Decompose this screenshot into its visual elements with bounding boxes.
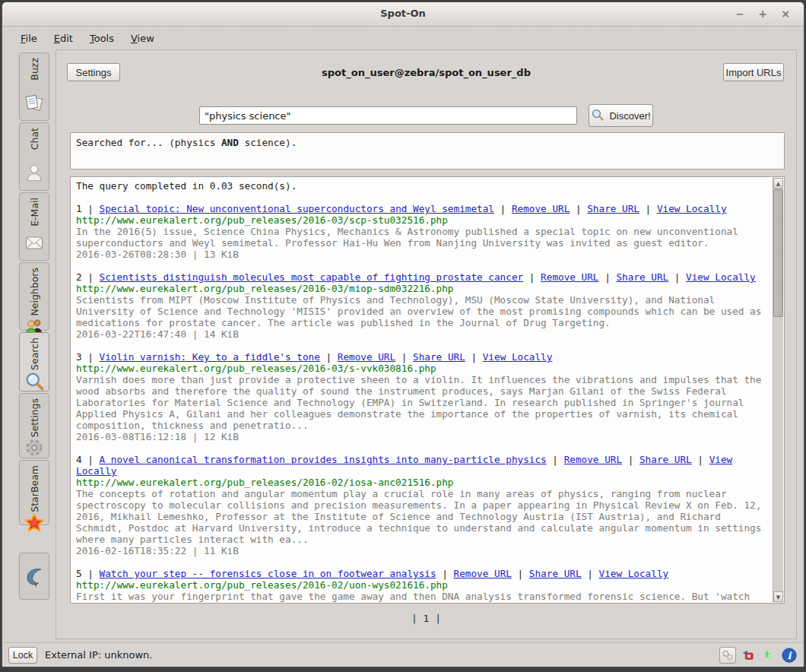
result-number: 2 — [76, 271, 82, 283]
result-title-link[interactable]: Special topic: New unconventional superc… — [100, 203, 494, 214]
result-url: http://www.eurekalert.org/pub_releases/2… — [76, 214, 769, 226]
magnifier-icon — [24, 370, 45, 395]
info-icon[interactable]: i — [781, 647, 798, 664]
result-url: http://www.eurekalert.org/pub_releases/2… — [76, 283, 769, 294]
result-item: 1 | Special topic: New unconventional su… — [76, 203, 769, 260]
remove-url-link[interactable]: Remove URL — [338, 351, 395, 363]
share-url-link[interactable]: Share URL — [616, 271, 668, 283]
result-title-link[interactable]: Violin varnish: Key to a fiddle's tone — [100, 351, 320, 363]
tab-label: Settings — [29, 398, 40, 437]
view-locally-link[interactable]: View Locally — [686, 271, 756, 283]
sidebar-tab-email[interactable]: E-Mail — [19, 192, 49, 261]
result-url: http://www.eurekalert.org/pub_releases/2… — [76, 363, 769, 374]
sidebar-tab-search[interactable]: Search — [19, 332, 49, 391]
result-meta: 2016-03-22T16:47:40 | 14 KiB — [76, 328, 769, 340]
share-url-link[interactable]: Share URL — [529, 568, 582, 579]
statusbar: Lock External IP: unknown. — [2, 642, 804, 667]
result-url: http://www.eurekalert.org/pub_releases/2… — [76, 579, 769, 591]
result-description: Varnish does more than just provide a pr… — [76, 374, 769, 431]
result-meta: 2016-02-16T18:35:22 | 11 KiB — [76, 545, 769, 556]
magnifier-icon — [591, 108, 604, 124]
menu-edit[interactable]: Edit — [54, 33, 73, 44]
result-meta: 2016-03-26T08:28:30 | 13 KiB — [76, 249, 769, 260]
remove-url-link[interactable]: Remove URL — [564, 454, 622, 465]
lock-button[interactable]: Lock — [8, 647, 37, 664]
menu-file[interactable]: File — [21, 33, 37, 44]
remove-url-link[interactable]: Remove URL — [541, 271, 598, 283]
share-url-link[interactable]: Share URL — [639, 454, 692, 465]
result-description: The concepts of rotation and angular mom… — [76, 488, 769, 545]
tab-label: Buzz — [29, 58, 40, 81]
bird-icon — [23, 566, 46, 591]
remove-url-link[interactable]: Remove URL — [512, 203, 570, 214]
gear-icon — [24, 437, 45, 461]
sidebar-tab-neighbors[interactable]: Neighbors — [19, 262, 49, 331]
result-number: 1 — [76, 203, 82, 214]
result-title-link[interactable]: Watch your step -- forensics close in on… — [100, 568, 436, 579]
tab-label: StarBeam — [29, 465, 40, 512]
result-item: 2 | Scientists distinguish molecules mos… — [76, 271, 769, 340]
documents-icon — [24, 92, 45, 116]
import-urls-button[interactable]: Import URLs — [723, 63, 784, 81]
search-summary: Searched for... (physics AND science). — [70, 132, 785, 170]
main-panel: Settings spot_on_user@zebra/spot_on_user… — [56, 49, 797, 639]
result-item: 3 | Violin varnish: Key to a fiddle's to… — [76, 351, 769, 442]
result-url: http://www.eurekalert.org/pub_releases/2… — [76, 477, 769, 488]
menu-view[interactable]: View — [131, 33, 154, 44]
sidebar-tab-chat[interactable]: Chat — [19, 122, 49, 191]
scroll-up-arrow-icon[interactable]: ▲ — [773, 178, 783, 189]
pagination[interactable]: | 1 | — [56, 613, 796, 624]
maximize-button[interactable]: + — [755, 6, 770, 21]
scrollbar-thumb[interactable] — [773, 189, 783, 317]
results-panel[interactable]: The query completed in 0.03 second(s). 1… — [70, 176, 785, 604]
titlebar[interactable]: Spot-On − + × — [2, 2, 804, 27]
result-number: 4 — [76, 454, 82, 465]
result-description: In the 2016(5) issue, Science China Phys… — [76, 226, 769, 249]
scroll-down-arrow-icon[interactable]: ▼ — [773, 591, 783, 602]
discover-button[interactable]: Discover! — [589, 104, 653, 127]
envelope-icon — [24, 232, 45, 256]
close-button[interactable]: × — [778, 6, 793, 21]
result-number: 5 — [76, 568, 82, 579]
result-meta: 2016-03-08T16:12:18 | 12 KiB — [76, 431, 769, 442]
result-title-link[interactable]: A novel canonical transformation provide… — [100, 454, 547, 465]
tab-label: Search — [29, 338, 40, 370]
sidebar-tab-settings[interactable]: Settings — [19, 393, 49, 458]
view-locally-link[interactable]: View Locally — [657, 203, 727, 214]
spot-on-window: Spot-On − + × File Edit Tools View Buzz — [2, 2, 804, 667]
listener-error-icon — [740, 647, 757, 664]
results-scrollbar[interactable]: ▲ ▼ — [773, 178, 783, 602]
share-url-link[interactable]: Share URL — [413, 351, 465, 363]
result-item: 4 | A novel canonical transformation pro… — [76, 454, 769, 556]
tab-label: Chat — [29, 128, 40, 150]
star-icon — [24, 512, 45, 537]
result-description: Scientists from MIPT (Moscow Institute o… — [76, 294, 769, 328]
tab-label: Neighbors — [29, 268, 40, 316]
sidebar-tab-starbeam[interactable]: StarBeam — [19, 460, 49, 525]
menu-tools[interactable]: Tools — [90, 33, 114, 44]
tab-label: E-Mail — [29, 198, 40, 227]
discover-label: Discover! — [609, 110, 650, 122]
database-title: spot_on_user@zebra/spot_on_user_db — [56, 67, 796, 78]
window-title: Spot-On — [2, 8, 804, 19]
result-number: 3 — [76, 351, 82, 363]
menubar: File Edit Tools View — [2, 27, 804, 49]
minimize-button[interactable]: − — [732, 6, 747, 21]
transfer-arrows-icon — [760, 647, 777, 664]
query-status: The query completed in 0.03 second(s). — [76, 180, 769, 192]
remove-url-link[interactable]: Remove URL — [454, 568, 512, 579]
result-title-link[interactable]: Scientists distinguish molecules most ca… — [100, 271, 524, 283]
share-url-link[interactable]: Share URL — [587, 203, 639, 214]
gears-icon[interactable] — [719, 647, 736, 664]
person-icon — [24, 162, 45, 186]
view-locally-link[interactable]: View Locally — [599, 568, 669, 579]
sidebar-tab-bird[interactable] — [19, 553, 49, 600]
search-input[interactable] — [199, 106, 577, 125]
view-locally-link[interactable]: View Locally — [483, 351, 553, 363]
sidebar-tab-buzz[interactable]: Buzz — [19, 52, 49, 121]
external-ip-status: External IP: unknown. — [45, 649, 152, 661]
result-item: 5 | Watch your step -- forensics close i… — [76, 568, 769, 603]
result-description: First it was your fingerprint that gave … — [76, 591, 769, 603]
